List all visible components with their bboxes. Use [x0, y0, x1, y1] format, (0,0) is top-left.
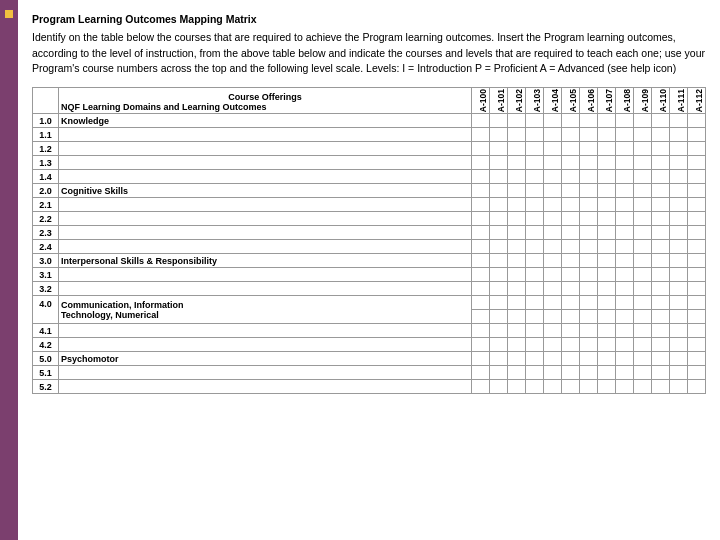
row-label: Knowledge	[59, 114, 472, 128]
row-num: 2.3	[33, 226, 59, 240]
col-header-a102: A-102	[508, 88, 526, 114]
row-num: 3.2	[33, 282, 59, 296]
header-course-offerings: Course Offerings NQF Learning Domains an…	[59, 88, 472, 114]
page-container: Program Learning Outcomes Mapping Matrix…	[0, 0, 720, 540]
header-num-col	[33, 88, 59, 114]
row-label	[59, 142, 472, 156]
row-label	[59, 128, 472, 142]
row-num: 3.0	[33, 254, 59, 268]
row-num: 1.0	[33, 114, 59, 128]
row-label	[59, 240, 472, 254]
col-header-a105: A-105	[562, 88, 580, 114]
table-row: 4.1	[33, 324, 706, 338]
table-row: 1.3	[33, 156, 706, 170]
table-row: 1.1	[33, 128, 706, 142]
left-sidebar	[0, 0, 18, 540]
row-label	[59, 156, 472, 170]
col-header-a110: A-110	[652, 88, 670, 114]
row-label	[59, 268, 472, 282]
row-label: Cognitive Skills	[59, 184, 472, 198]
row-label	[59, 198, 472, 212]
col-header-a109: A-109	[634, 88, 652, 114]
table-row: 2.2	[33, 212, 706, 226]
col-header-a101: A-101	[490, 88, 508, 114]
row-label	[59, 170, 472, 184]
row-label	[59, 380, 472, 394]
row-num: 1.2	[33, 142, 59, 156]
table-row: 3.2	[33, 282, 706, 296]
row-label: Psychomotor	[59, 352, 472, 366]
table-row: 5.1	[33, 366, 706, 380]
row-num: 2.0	[33, 184, 59, 198]
row-label	[59, 324, 472, 338]
table-row: 2.3	[33, 226, 706, 240]
table-row: 4.2	[33, 338, 706, 352]
row-num: 5.1	[33, 366, 59, 380]
col-header-a107: A-107	[598, 88, 616, 114]
matrix-table: Course Offerings NQF Learning Domains an…	[32, 87, 706, 394]
table-row: 4.0 Communication, InformationTechnology…	[33, 296, 706, 310]
table-row: 2.0 Cognitive Skills	[33, 184, 706, 198]
table-row: 5.2	[33, 380, 706, 394]
table-row: 5.0 Psychomotor	[33, 352, 706, 366]
row-label: Interpersonal Skills & Responsibility	[59, 254, 472, 268]
col-header-a108: A-108	[616, 88, 634, 114]
row-num: 5.0	[33, 352, 59, 366]
row-num: 2.1	[33, 198, 59, 212]
col-header-a106: A-106	[580, 88, 598, 114]
row-num: 1.3	[33, 156, 59, 170]
row-num: 2.2	[33, 212, 59, 226]
row-label: Communication, InformationTechnology, Nu…	[59, 296, 472, 324]
row-label	[59, 366, 472, 380]
table-row: 3.1	[33, 268, 706, 282]
col-header-a103: A-103	[526, 88, 544, 114]
row-label	[59, 212, 472, 226]
sidebar-accent	[5, 10, 13, 18]
row-num: 4.1	[33, 324, 59, 338]
page-title: Program Learning Outcomes Mapping Matrix	[32, 12, 706, 28]
intro-paragraph: Identify on the table below the courses …	[32, 31, 705, 75]
row-label	[59, 338, 472, 352]
row-num: 1.1	[33, 128, 59, 142]
col-header-a111: A-111	[670, 88, 688, 114]
row-num: 5.2	[33, 380, 59, 394]
row-num: 2.4	[33, 240, 59, 254]
table-row: 1.0 Knowledge	[33, 114, 706, 128]
table-row: 1.2	[33, 142, 706, 156]
row-num: 3.1	[33, 268, 59, 282]
table-row: 2.4	[33, 240, 706, 254]
row-label	[59, 226, 472, 240]
main-content: Program Learning Outcomes Mapping Matrix…	[18, 0, 720, 540]
col-header-a112: A-112	[688, 88, 706, 114]
table-row: 1.4	[33, 170, 706, 184]
col-header-a104: A-104	[544, 88, 562, 114]
intro-text: Program Learning Outcomes Mapping Matrix…	[32, 12, 706, 77]
table-row: 3.0 Interpersonal Skills & Responsibilit…	[33, 254, 706, 268]
row-num: 4.2	[33, 338, 59, 352]
col-header-a100: A-100	[472, 88, 490, 114]
row-label	[59, 282, 472, 296]
row-num: 1.4	[33, 170, 59, 184]
table-row: 2.1	[33, 198, 706, 212]
row-num: 4.0	[33, 296, 59, 324]
